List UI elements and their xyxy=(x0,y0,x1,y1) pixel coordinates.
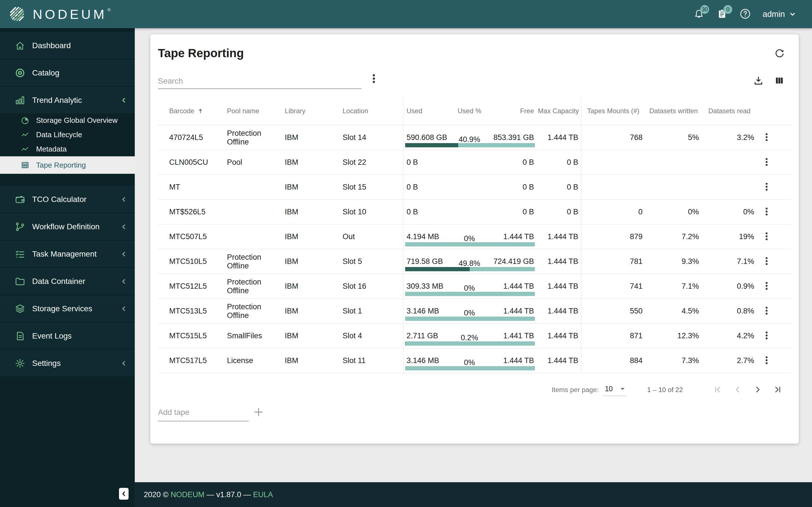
row-menu-button[interactable] xyxy=(761,353,772,368)
sidebar-item-storage-global-overview[interactable]: Storage Global Overview xyxy=(0,113,135,128)
columns-button[interactable] xyxy=(774,75,784,86)
table-row[interactable]: MTC515L5 SmallFiles IBM Slot 4 2.711 GB … xyxy=(158,324,791,348)
row-menu-button[interactable] xyxy=(761,130,772,145)
cell-library: IBM xyxy=(285,158,343,167)
kebab-icon xyxy=(762,155,772,169)
tasks-button[interactable]: 0 xyxy=(716,8,728,20)
search-input[interactable] xyxy=(158,74,361,89)
table-row[interactable]: MTC513L5 Protection Offline IBM Slot 1 3… xyxy=(158,299,791,324)
last-page-button[interactable] xyxy=(772,384,784,395)
brand[interactable]: NODEUM ® xyxy=(0,6,110,22)
row-menu-button[interactable] xyxy=(761,329,772,343)
row-menu-button[interactable] xyxy=(761,230,772,244)
user-menu[interactable]: admin xyxy=(763,10,796,19)
cell-library: IBM xyxy=(285,183,343,191)
cell-max-capacity: 0 B xyxy=(536,158,581,167)
items-per-page-select[interactable]: 10 xyxy=(603,384,627,396)
table-row[interactable]: MT IBM Slot 15 0 B 0 B 0 B xyxy=(158,175,791,200)
column-header-location[interactable]: Location xyxy=(343,107,403,115)
sidebar-item-settings[interactable]: Settings xyxy=(0,350,135,376)
first-page-button[interactable] xyxy=(712,384,723,395)
notifications-button[interactable]: 30 xyxy=(693,8,705,20)
sidebar-item-catalog[interactable]: Catalog xyxy=(0,60,135,86)
cell-tapes-mounts: 768 xyxy=(581,133,645,142)
previous-page-button[interactable] xyxy=(732,384,743,395)
footer: 2020 © NODEUM — v1.87.0 — EULA xyxy=(135,482,812,507)
table-row[interactable]: MT$526L5 IBM Slot 10 0 B 0 B 0 B 0 0% 0% xyxy=(158,200,791,224)
column-header-datasets-written[interactable]: Datasets written xyxy=(645,107,702,115)
chevron-left-icon xyxy=(120,277,128,285)
column-header-free[interactable]: Free xyxy=(491,107,536,115)
chevron-left-icon xyxy=(120,359,128,367)
sidebar-item-workflow-definition[interactable]: Workflow Definition xyxy=(0,214,135,240)
sidebar-item-data-lifecycle[interactable]: Data Lifecycle xyxy=(0,128,135,142)
sidebar-item-metadata[interactable]: Metadata xyxy=(0,142,135,156)
add-tape-input[interactable] xyxy=(158,404,249,421)
next-page-button[interactable] xyxy=(752,384,763,395)
cell-barcode: MTC510L5 xyxy=(158,257,227,266)
column-header-barcode[interactable]: Barcode xyxy=(158,107,227,115)
sidebar-item-tape-reporting[interactable]: Tape Reporting xyxy=(0,156,135,174)
row-menu-button[interactable] xyxy=(761,304,772,319)
row-menu-button[interactable] xyxy=(761,180,772,194)
add-tape-button[interactable] xyxy=(252,406,265,418)
table-row[interactable]: MTC507L5 IBM Out 4.194 MB 0% 1.444 TB 1.… xyxy=(158,224,791,249)
row-menu-button[interactable] xyxy=(761,205,772,219)
collapse-sidebar-button[interactable] xyxy=(119,488,129,500)
sidebar-item-dashboard[interactable]: Dashboard xyxy=(0,33,135,59)
cell-used-pct: 0.2% xyxy=(448,334,491,342)
cell-datasets-read: 19% xyxy=(702,232,757,241)
cell-used: 0 B xyxy=(403,208,448,216)
sidebar-item-task-management[interactable]: Task Management xyxy=(0,241,135,267)
footer-brand-link[interactable]: NODEUM xyxy=(170,490,204,499)
column-header-datasets-read[interactable]: Datasets read xyxy=(702,107,757,115)
column-header-tapes-mounts[interactable]: Tapes Mounts (#) xyxy=(581,107,645,115)
cell-used: 2.711 GB xyxy=(403,332,448,340)
cell-free: 724.419 GB xyxy=(491,257,536,266)
kebab-icon xyxy=(762,353,772,367)
footer-eula-link[interactable]: EULA xyxy=(253,490,273,499)
table-row[interactable]: MTC517L5 License IBM Slot 11 3.146 MB 0%… xyxy=(158,348,791,373)
page-range-label: 1 – 10 of 22 xyxy=(647,386,683,394)
cell-datasets-read: 0.8% xyxy=(702,307,757,316)
search-options-button[interactable] xyxy=(367,71,380,87)
chevron-left-icon xyxy=(120,195,128,203)
refresh-button[interactable] xyxy=(774,48,785,59)
cell-library: IBM xyxy=(285,208,343,216)
sidebar-item-data-container[interactable]: Data Container xyxy=(0,269,135,294)
table-row[interactable]: 470724L5 Protection Offline IBM Slot 14 … xyxy=(158,125,791,150)
cell-location: Slot 5 xyxy=(343,257,403,266)
cell-datasets-written: 4.5% xyxy=(645,307,702,316)
sidebar-item-tco-calculator[interactable]: TCO Calculator xyxy=(0,186,135,212)
cell-barcode: MTC513L5 xyxy=(158,307,227,316)
tape-reporting-card: Tape Reporting xyxy=(150,34,799,444)
cell-used: 3.146 MB xyxy=(403,307,448,316)
column-header-pool[interactable]: Pool name xyxy=(227,107,285,115)
column-header-library[interactable]: Library xyxy=(285,107,343,115)
cell-datasets-read: 0% xyxy=(702,208,757,216)
topbar: NODEUM ® 30 0 xyxy=(0,0,812,28)
row-menu-button[interactable] xyxy=(761,255,772,269)
folder-icon xyxy=(14,276,26,287)
help-button[interactable] xyxy=(740,8,751,20)
table-row[interactable]: CLN005CU Pool IBM Slot 22 0 B 0 B 0 B xyxy=(158,150,791,175)
row-menu-button[interactable] xyxy=(761,279,772,294)
table-row[interactable]: MTC512L5 Protection Offline IBM Slot 16 … xyxy=(158,274,791,299)
table-row[interactable]: MTC510L5 Protection Offline IBM Slot 5 7… xyxy=(158,249,791,274)
cell-max-capacity: 1.444 TB xyxy=(536,232,581,241)
cell-tapes-mounts: 879 xyxy=(581,232,645,241)
gear-icon xyxy=(14,358,26,369)
column-header-used-pct[interactable]: Used % xyxy=(448,107,491,115)
sidebar-item-event-logs[interactable]: Event Logs xyxy=(0,323,135,349)
column-header-used[interactable]: Used xyxy=(403,107,448,115)
sidebar-item-storage-services[interactable]: Storage Services xyxy=(0,296,135,322)
row-menu-button[interactable] xyxy=(761,155,772,170)
cell-barcode: CLN005CU xyxy=(158,158,227,167)
chevron-left-icon xyxy=(120,223,128,231)
download-button[interactable] xyxy=(753,75,764,87)
cell-barcode: MTC515L5 xyxy=(158,332,227,340)
column-header-max-capacity[interactable]: Max Capacity xyxy=(536,107,581,115)
cell-max-capacity: 1.444 TB xyxy=(536,282,581,291)
cell-used-pct: 40.9% xyxy=(448,135,491,144)
sidebar-item-trend-analytic[interactable]: Trend Analytic xyxy=(0,87,135,113)
